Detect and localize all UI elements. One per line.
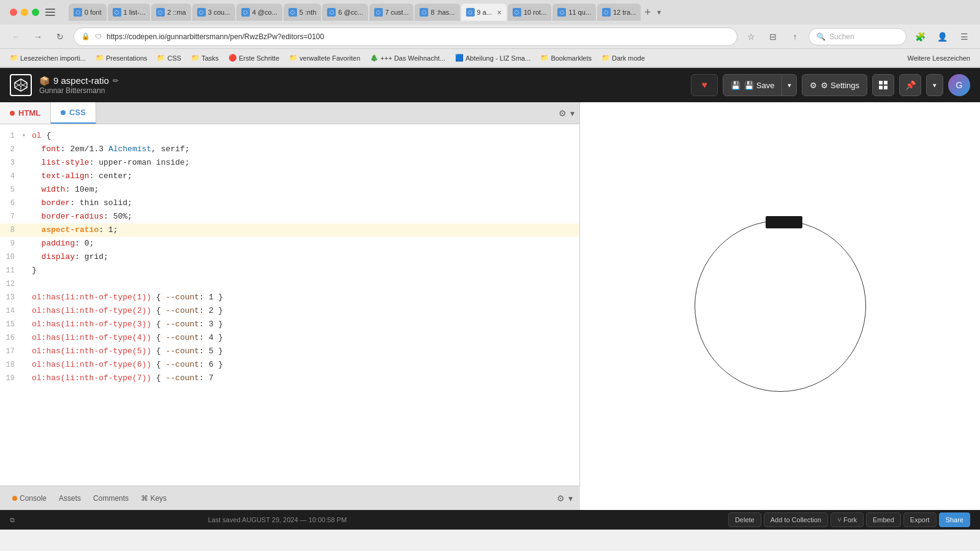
bookmark-erste-schritte[interactable]: 🔴 Erste Schritte <box>226 53 282 63</box>
lock-icon: 🔒 <box>81 32 90 40</box>
code-line-5: 5 width: 10em; <box>0 183 579 197</box>
save-button[interactable]: 💾 💾 Save <box>723 74 782 96</box>
tab-label-10: 10 rot... <box>524 9 546 16</box>
tab-css[interactable]: CSS <box>51 102 96 124</box>
tab-12[interactable]: ⬡ 12 tra... <box>597 4 641 21</box>
bookmark-abteilung[interactable]: 🟦 Abteilung - LIZ Sma... <box>453 53 533 63</box>
address-bar-input[interactable]: 🔒 🛡 https://codepen.io/gunnarbittersmann… <box>74 28 737 46</box>
code-line-17: 17 ol:has(li:nth-of-type(5)) { --count: … <box>0 345 579 358</box>
delete-button[interactable]: Delete <box>728 512 761 527</box>
export-button[interactable]: Export <box>903 512 937 527</box>
panel-collapse-icon[interactable]: ▾ <box>570 108 575 118</box>
tab-assets[interactable]: Assets <box>54 492 86 505</box>
menu-icon[interactable]: ☰ <box>956 28 973 45</box>
bookmark-icon-css: 📁 <box>157 54 165 62</box>
back-button[interactable]: ← <box>7 28 24 45</box>
preview-output <box>695 220 866 392</box>
preview-panel <box>580 102 980 510</box>
bookmark-star-icon[interactable]: ☆ <box>742 28 760 45</box>
tab-8[interactable]: ⬡ 8 :has... <box>415 4 459 21</box>
save-dropdown-button[interactable]: ▾ <box>782 74 797 96</box>
bookmark-icon-bookmarklets: 📁 <box>540 54 549 62</box>
tab-0[interactable]: ⬡ 0 font <box>69 4 107 21</box>
tab-5[interactable]: ⬡ 5 :nth <box>284 4 322 21</box>
bookmark-icon-abteilung: 🟦 <box>455 54 464 62</box>
search-icon: 🔍 <box>816 32 826 41</box>
tab-keys[interactable]: ⌘ Keys <box>136 492 172 505</box>
svg-rect-10 <box>884 86 888 89</box>
sidebar-toggle[interactable] <box>45 6 62 18</box>
tab-favicon-7: ⬡ <box>374 8 383 17</box>
svg-rect-7 <box>879 81 883 84</box>
tab-3[interactable]: ⬡ 3 cou... <box>192 4 235 21</box>
new-tab-button[interactable]: + <box>642 6 654 19</box>
bookmark-css[interactable]: 📁 CSS <box>154 53 184 63</box>
maximize-window-button[interactable] <box>32 9 39 16</box>
search-bar[interactable]: 🔍 Suchen <box>809 28 907 45</box>
bookmark-tasks[interactable]: 📁 Tasks <box>189 53 221 63</box>
codepen-logo[interactable] <box>10 74 32 96</box>
bookmark-bookmarklets[interactable]: 📁 Bookmarklets <box>538 53 594 63</box>
share-button[interactable]: Share <box>939 512 970 527</box>
profile-icon[interactable]: 👤 <box>933 28 951 45</box>
svg-rect-8 <box>884 81 888 84</box>
bottom-collapse-icon[interactable]: ▾ <box>568 493 573 503</box>
tab-1[interactable]: ⬡ 1 list-... <box>108 4 150 21</box>
tab-9[interactable]: ⬡ 9 a... ✕ <box>461 4 507 21</box>
tab-6[interactable]: ⬡ 6 @cc... <box>322 4 368 21</box>
tab-7[interactable]: ⬡ 7 cust... <box>369 4 414 21</box>
panel-tabs: HTML CSS ⚙ ▾ <box>0 102 579 124</box>
save-icon: 💾 <box>731 81 741 90</box>
settings-gear-icon: ⚙ <box>810 81 817 90</box>
forward-button[interactable]: → <box>29 28 47 45</box>
tab-comments[interactable]: Comments <box>88 492 134 505</box>
tab-label-5: 5 :nth <box>300 9 317 16</box>
tab-favicon-2: ⬡ <box>156 8 165 17</box>
user-avatar[interactable]: G <box>948 74 970 96</box>
bookmark-import[interactable]: 📁 Lesezeichen importi... <box>7 53 88 63</box>
tab-close-9[interactable]: ✕ <box>497 9 502 16</box>
bookmark-presentations[interactable]: 📁 Presentations <box>93 53 149 63</box>
tab-favicon-12: ⬡ <box>602 8 611 17</box>
open-in-new-icon[interactable]: ⧉ <box>10 516 15 524</box>
extensions-icon[interactable]: 🧩 <box>911 28 929 45</box>
share-icon[interactable]: ↑ <box>786 28 804 45</box>
code-line-14: 14 ol:has(li:nth-of-type(2)) { --count: … <box>0 304 579 318</box>
tab-label-1: 1 list-... <box>124 9 145 16</box>
code-line-11: 11 } <box>0 264 579 277</box>
tab-10[interactable]: ⬡ 10 rot... <box>508 4 551 21</box>
status-actions: Delete Add to Collection ⑂ Fork Embed Ex… <box>728 512 970 527</box>
embed-button[interactable]: Embed <box>866 512 901 527</box>
tab-label-3: 3 cou... <box>208 9 230 16</box>
pin-button[interactable]: 📌 <box>899 74 921 96</box>
pen-edit-icon[interactable]: ✏ <box>113 77 119 85</box>
view-toggle-button[interactable] <box>872 74 894 96</box>
tab-label-6: 6 @cc... <box>338 9 363 16</box>
bookmark-weitere[interactable]: Weitere Lesezeichen <box>905 53 973 63</box>
tab-console[interactable]: Console <box>7 492 51 505</box>
tab-favicon-4: ⬡ <box>241 8 250 17</box>
heart-button[interactable]: ♥ <box>691 74 718 96</box>
settings-button[interactable]: ⚙ ⚙ Settings <box>802 74 867 96</box>
bookmark-darkmode[interactable]: 📁 Dark mode <box>599 53 647 63</box>
reader-mode-icon[interactable]: ⊟ <box>764 28 782 45</box>
tab-2[interactable]: ⬡ 2 ::ma <box>151 4 191 21</box>
tab-html[interactable]: HTML <box>0 102 51 124</box>
tab-list-button[interactable]: ▾ <box>657 8 661 17</box>
bookmark-weihnacht[interactable]: 🎄 +++ Das Weihnacht... <box>368 53 448 63</box>
code-line-9: 9 padding: 0; <box>0 237 579 250</box>
more-options-button[interactable]: ▾ <box>926 74 943 96</box>
tab-favicon-11: ⬡ <box>557 8 566 17</box>
bookmark-verwaltete[interactable]: 📁 verwaltete Favoriten <box>287 53 363 63</box>
tab-favicon-8: ⬡ <box>420 8 428 17</box>
tab-11[interactable]: ⬡ 11 qu... <box>552 4 596 21</box>
css-editor[interactable]: 1 ▾ ol { 2 font: 2em/1.3 Alchemist, seri… <box>0 124 579 485</box>
tab-4[interactable]: ⬡ 4 @co... <box>236 4 282 21</box>
fork-button[interactable]: ⑂ Fork <box>831 512 864 527</box>
add-to-collection-button[interactable]: Add to Collection <box>764 512 828 527</box>
minimize-window-button[interactable] <box>21 9 28 16</box>
panel-gear-icon[interactable]: ⚙ <box>559 108 567 118</box>
bottom-gear-icon[interactable]: ⚙ <box>557 493 565 503</box>
refresh-button[interactable]: ↻ <box>51 28 69 45</box>
close-window-button[interactable] <box>10 9 17 16</box>
